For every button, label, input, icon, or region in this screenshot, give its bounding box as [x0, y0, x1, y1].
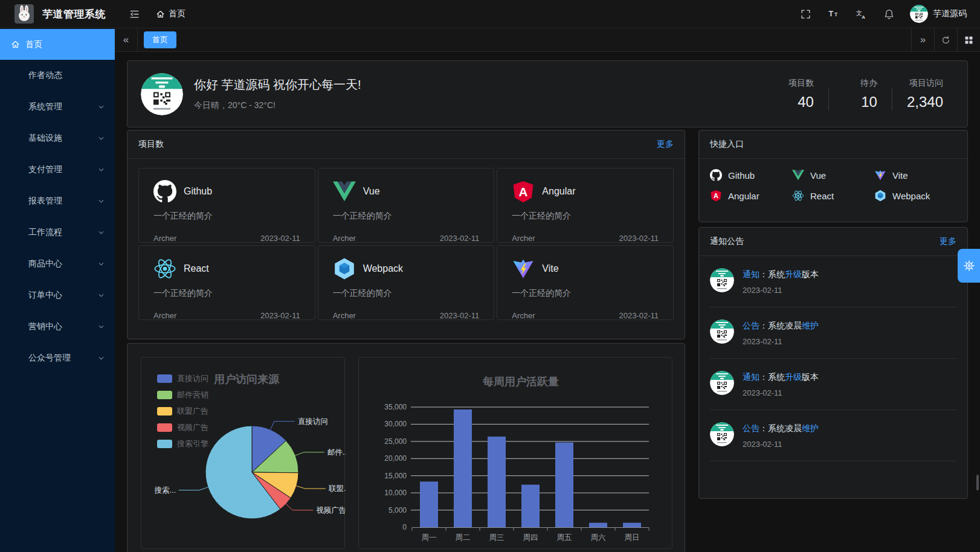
bar-chart[interactable]: 每周用户活跃量05,00010,00015,00020,00025,00030,… — [359, 358, 672, 550]
refresh-icon[interactable] — [934, 28, 957, 52]
sidebar-item-6[interactable]: 工作流程 — [0, 217, 115, 248]
grid-icon[interactable] — [957, 28, 980, 52]
home-icon — [11, 40, 20, 49]
notice-item-0[interactable]: 通知：系统升级版本2023-02-11 — [710, 256, 956, 307]
notice-text-link[interactable]: 升级 — [785, 269, 802, 279]
project-name: Angular — [542, 186, 575, 197]
sidebar-item-9[interactable]: 营销中心 — [0, 311, 115, 342]
avatar — [710, 268, 734, 292]
notice-text-link[interactable]: 通知 — [743, 269, 759, 279]
legend-label: 直接访问 — [177, 373, 208, 384]
notice-title: 通知：系统升级版本 — [743, 268, 819, 280]
vite-icon — [874, 169, 886, 181]
chevron-down-icon — [97, 355, 105, 362]
notice-text-link[interactable]: 通知 — [743, 372, 759, 382]
font-size-icon[interactable]: TT — [825, 6, 841, 22]
fullscreen-icon[interactable] — [798, 6, 813, 22]
chevrons-right-icon[interactable]: » — [911, 28, 934, 52]
breadcrumb-item-home[interactable]: 首页 — [169, 8, 185, 19]
notice-item-2[interactable]: 通知：系统升级版本2023-02-11 — [710, 359, 956, 410]
project-card-webpack[interactable]: Webpack一个正经的简介Archer2023-02-11 — [318, 245, 495, 320]
legend-item-1[interactable]: 邮件营销 — [157, 390, 208, 400]
shortcuts-card: 快捷入口 GithubVueViteAAngularReactWebpack — [698, 130, 968, 222]
project-card-github[interactable]: Github一个正经的简介Archer2023-02-11 — [138, 168, 315, 243]
stat-value: 40 — [780, 94, 814, 111]
shortcut-vue[interactable]: Vue — [792, 166, 874, 184]
weather-text: 今日晴，20°C - 32°C! — [194, 100, 361, 111]
card-title: 通知公告 — [710, 236, 744, 247]
stat-divider — [892, 88, 892, 111]
notice-text: ：系统 — [759, 372, 785, 382]
shortcut-label: Webpack — [892, 191, 930, 201]
shortcut-label: Vite — [892, 170, 908, 181]
more-link[interactable]: 更多 — [940, 236, 956, 247]
card-title: 快捷入口 — [710, 139, 744, 150]
notice-text-link[interactable]: 维护 — [802, 423, 819, 433]
svg-text:30,000: 30,000 — [384, 420, 407, 428]
greeting-text: 你好 芋道源码 祝你开心每一天! — [194, 77, 361, 93]
notice-text-link[interactable]: 公告 — [743, 423, 759, 433]
bell-icon[interactable] — [881, 6, 897, 22]
notice-item-1[interactable]: 公告：系统凌晨维护2023-02-11 — [710, 307, 956, 359]
username: 芋道源码 — [933, 8, 967, 19]
shortcut-react[interactable]: React — [792, 187, 874, 205]
card-title: 项目数 — [138, 139, 164, 150]
shortcut-angular[interactable]: AAngular — [710, 187, 792, 205]
notice-text: ：系统 — [759, 269, 785, 279]
notice-text-link[interactable]: 升级 — [785, 372, 802, 382]
avatar — [141, 73, 183, 115]
tab-home[interactable]: 首页 — [144, 31, 176, 48]
notice-text-link[interactable]: 维护 — [802, 321, 819, 330]
language-icon[interactable]: 文A — [853, 6, 869, 22]
tab-bar: « 首页 » — [115, 28, 980, 52]
svg-text:T: T — [828, 10, 833, 18]
notice-text-link[interactable]: 公告 — [743, 321, 759, 330]
sidebar-item-3[interactable]: 基础设施 — [0, 123, 115, 154]
notice-text: 版本 — [802, 269, 819, 279]
sidebar-item-10[interactable]: 公众号管理 — [0, 342, 115, 374]
avatar — [710, 371, 734, 395]
github-icon — [153, 180, 176, 203]
legend-item-0[interactable]: 直接访问 — [157, 373, 208, 384]
project-card-react[interactable]: React一个正经的简介Archer2023-02-11 — [138, 245, 315, 320]
notice-item-3[interactable]: 公告：系统凌晨维护2023-02-11 — [710, 410, 956, 461]
project-card-vite[interactable]: Vite一个正经的简介Archer2023-02-11 — [497, 245, 674, 320]
bar-chart-card: 每周用户活跃量05,00010,00015,00020,00025,00030,… — [358, 357, 672, 549]
shortcut-webpack[interactable]: Webpack — [874, 187, 956, 205]
shortcut-github[interactable]: Github — [710, 166, 792, 184]
project-name: Vite — [542, 263, 558, 274]
breadcrumb[interactable]: 首页 — [156, 8, 185, 19]
legend-item-2[interactable]: 联盟广告 — [157, 406, 208, 417]
sidebar-item-7[interactable]: 商品中心 — [0, 248, 115, 280]
app-logo — [15, 4, 34, 24]
sidebar-item-4[interactable]: 支付管理 — [0, 154, 115, 185]
project-card-angular[interactable]: AAngular一个正经的简介Archer2023-02-11 — [497, 168, 674, 243]
sidebar-item-home[interactable]: 首页 — [0, 29, 115, 60]
user-menu[interactable]: 芋道源码 — [910, 5, 967, 23]
sidebar-item-5[interactable]: 报表管理 — [0, 185, 115, 217]
chevrons-left-icon[interactable]: « — [115, 28, 138, 52]
project-date: 2023-02-11 — [440, 234, 480, 243]
stat-label: 待办 — [843, 78, 877, 89]
legend-item-3[interactable]: 视频广告 — [157, 422, 208, 433]
scrollbar-thumb[interactable] — [976, 475, 979, 490]
svg-text:0: 0 — [402, 523, 407, 531]
sidebar-item-1[interactable]: 作者动态 — [0, 60, 115, 91]
sidebar-item-2[interactable]: 系统管理 — [0, 91, 115, 123]
menu-fold-icon[interactable] — [129, 8, 140, 20]
sidebar-item-label: 作者动态 — [28, 70, 62, 81]
svg-text:35,000: 35,000 — [384, 403, 407, 411]
notice-date: 2023-02-11 — [743, 388, 819, 397]
sidebar-item-8[interactable]: 订单中心 — [0, 280, 115, 311]
shortcut-vite[interactable]: Vite — [874, 166, 956, 184]
shortcut-label: React — [810, 191, 834, 201]
top-navbar: 芋道管理系统 首页 TT 文A 芋道源码 — [0, 0, 980, 28]
theme-settings-button[interactable] — [958, 249, 980, 283]
project-card-vue[interactable]: Vue一个正经的简介Archer2023-02-11 — [318, 168, 495, 243]
project-desc: 一个正经的简介 — [153, 288, 300, 299]
more-link[interactable]: 更多 — [657, 139, 674, 150]
legend-item-4[interactable]: 搜索引擎 — [157, 438, 208, 449]
main-content: 你好 芋道源码 祝你开心每一天! 今日晴，20°C - 32°C! 项目数40待… — [115, 52, 980, 552]
avatar — [710, 319, 734, 344]
project-date: 2023-02-11 — [440, 311, 480, 320]
